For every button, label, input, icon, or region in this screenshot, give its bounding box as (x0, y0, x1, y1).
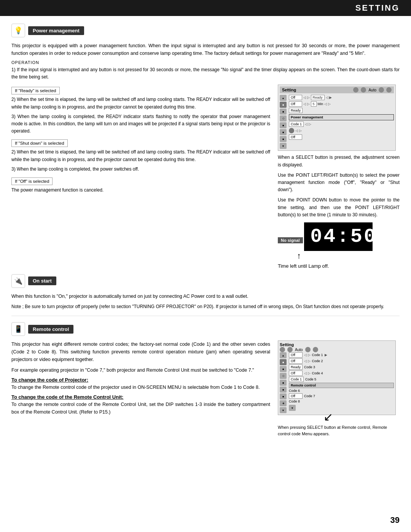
down-desc-text: Use the POINT DOWN button to move the po… (278, 197, 400, 219)
sidebar-btn-5: ■ (280, 122, 287, 128)
remote-row-8: Code 8 (289, 399, 394, 403)
ui-power-mgmt-label: Power management (289, 114, 394, 120)
ui-arrow-3: ◁ ▷ (303, 102, 310, 106)
rc-code1: Code 1 (312, 353, 323, 357)
condition-off: If "Off" is selected (11, 177, 53, 185)
remote-heading1: To change the code of Projector: (11, 377, 270, 383)
ui-body-1: ▲ ■ ■ ◇ ■ ■ ■ ▼ Off ◁ ▷ Ready (280, 95, 394, 149)
ui-bottom-icon: ▼ (289, 405, 394, 411)
ui-arrow-1: ◁ ▷ (303, 96, 310, 99)
remote-row-4: Off ◁ ▷ Code 4 (289, 371, 394, 376)
ui-body-2: ▲ ■ ■ ◇ ■ ■ ■ ◈ ▼ Off (280, 352, 394, 413)
on-start-icon: 🔌 (11, 274, 25, 288)
power-management-heading: 💡 Power management (11, 24, 400, 37)
power-management-label: Power management (28, 26, 84, 35)
ui-row-1: Off ◁ ▷ Ready ◁ ▶ (289, 95, 394, 100)
ui-min-value: 5 (311, 101, 317, 107)
sidebar2-btn-6: ■ (280, 387, 287, 393)
remote-row-7: Off Code 7 (289, 393, 394, 399)
remote-two-col: This projector has eight different remot… (11, 340, 400, 437)
ui-ready-value: Ready (311, 95, 325, 100)
sidebar-btn-4: ◇ (280, 115, 287, 121)
shutdown-text-3: 3) When the lamp cooling is completed, t… (11, 166, 270, 173)
rc-code8: Code 8 (289, 399, 300, 403)
on-start-note: Note ; Be sure to turn projector off pro… (11, 303, 400, 310)
on-start-text: When this function is "On," projector is… (11, 292, 400, 300)
point-desc-text: Use the POINT LEFT/RIGHT button(s) to se… (278, 172, 400, 194)
sidebar2-btn-5: ■ (280, 380, 287, 386)
remote-heading: 📱 Remote control (11, 322, 400, 336)
ui-code1: Code 1 (289, 121, 304, 127)
ui-header-setting: Setting (282, 88, 296, 92)
remote-left-col: This projector has eight different remot… (11, 340, 270, 437)
arrow-pointer: ↑ (297, 251, 400, 261)
ready-text-2: 2) When the set time is elapsed, the lam… (11, 96, 270, 110)
remote-text4: To change the remote control code of the… (11, 401, 270, 416)
ui-dropdown-1: Off (289, 95, 302, 100)
sidebar2-btn-9: ▼ (280, 407, 287, 413)
ui-main-1: Off ◁ ▷ Ready ◁ ▶ Off ◁ ▷ 5 Min ◁ ▷ (289, 95, 394, 149)
ui-dropdown-2: Off (289, 101, 302, 107)
ui-row-4: Code 1 ◁ ▷ (289, 121, 394, 127)
ui-dot (289, 128, 294, 133)
power-management-intro: This projector is equipped with a power … (11, 42, 400, 57)
off-text: The power management function is cancele… (11, 187, 270, 194)
sidebar2-bottom: ▼ (289, 405, 296, 411)
remote-text1: This projector has eight different remot… (11, 340, 270, 363)
remote-text2: For example operating projector in "Code… (11, 366, 270, 374)
remote-control-section: 📱 Remote control This projector has eigh… (11, 322, 400, 437)
section-divider (11, 316, 400, 316)
ready-text-3: 3) When the lamp cooling is completed, t… (11, 113, 270, 135)
sidebar2-btn-1: ▲ (280, 352, 287, 358)
rc-code6: Code 6 (289, 389, 300, 393)
ui-row-2: Off ◁ ▷ 5 Min ◁ ▷ (289, 101, 394, 107)
time-left-caption: Time left until Lamp off. (278, 263, 400, 269)
rc-off1: Off (289, 352, 303, 358)
ui-header-setting2: Setting (280, 342, 294, 347)
ui-icon-2 (361, 87, 366, 93)
sidebar2-btn-8: ◈ (280, 400, 287, 406)
right-column: Setting Auto ▲ ■ ■ ◇ ■ (278, 85, 400, 269)
remote-label: Remote control (28, 325, 73, 334)
sidebar2-btn-3: ■ (280, 366, 287, 372)
power-icon: 💡 (11, 24, 25, 37)
remote-row-3: Ready Code 3 (289, 364, 394, 370)
left-column: If "Ready" is selected 2) When the set t… (11, 85, 270, 269)
ui-header-auto: Auto (368, 88, 376, 92)
ui-icon-3 (379, 87, 384, 93)
ui-sidebar-2: ▲ ■ ■ ◇ ■ ■ ■ ◈ ▼ (280, 352, 287, 413)
shutdown-text-2: 2) When the set time is elapsed, the lam… (11, 149, 270, 163)
ui-icon-7 (305, 347, 311, 352)
ui-row-6: Off (289, 134, 394, 140)
rc-ready: Ready (289, 364, 303, 370)
countdown-display: 04:50 (304, 222, 373, 251)
on-start-section: 🔌 On start When this function is "On," p… (11, 274, 400, 310)
rc-arrow4: ◁ ▷ (304, 371, 311, 375)
operation-intro: 1) If the input signal is interrupted an… (11, 66, 400, 81)
ui-icon-1 (353, 87, 358, 93)
sidebar-btn-8: ▼ (280, 143, 287, 149)
ui-main-2: Off ◁ ▷ Code 1 ▶ Off ◁ ▷ Code 2 (289, 352, 394, 413)
operation-label: OPERATION (11, 60, 400, 65)
ui-row-5: ◁ ▷ (289, 128, 394, 133)
ui-arrow-2: ◁ ▶ (326, 96, 332, 99)
countdown-container: No signal 04:50 ↑ Time left until Lamp o… (278, 222, 400, 269)
rc-arr2: ▶ (325, 353, 327, 357)
page-title: SETTING (355, 3, 400, 13)
remote-row-2: Off ◁ ▷ Code 2 (289, 358, 394, 364)
sidebar2-btn-7: ■ (280, 393, 287, 399)
rc-arrow1: ◁ ▷ (304, 353, 311, 357)
page-number: 39 (390, 515, 400, 525)
sidebar-btn-1: ▲ (280, 95, 287, 101)
page-header: SETTING (0, 0, 411, 16)
remote-text3: To change the Remote control code of the… (11, 383, 270, 391)
rc-arrow3: ◁ ▷ (304, 359, 311, 363)
ui-sidebar-1: ▲ ■ ■ ◇ ■ ■ ■ ▼ (280, 95, 287, 149)
remote-right-col: Setting Auto ▲ ■ ■ (278, 340, 400, 437)
ui-header-auto2: Auto (295, 348, 303, 352)
rc-off4: Off (289, 393, 303, 399)
remote-row-6: Code 6 (289, 389, 394, 393)
ui-header-right-2: Auto (280, 347, 394, 352)
sidebar-btn-3: ■ (280, 109, 287, 115)
condition-ready: If "Ready" is selected (11, 87, 60, 94)
